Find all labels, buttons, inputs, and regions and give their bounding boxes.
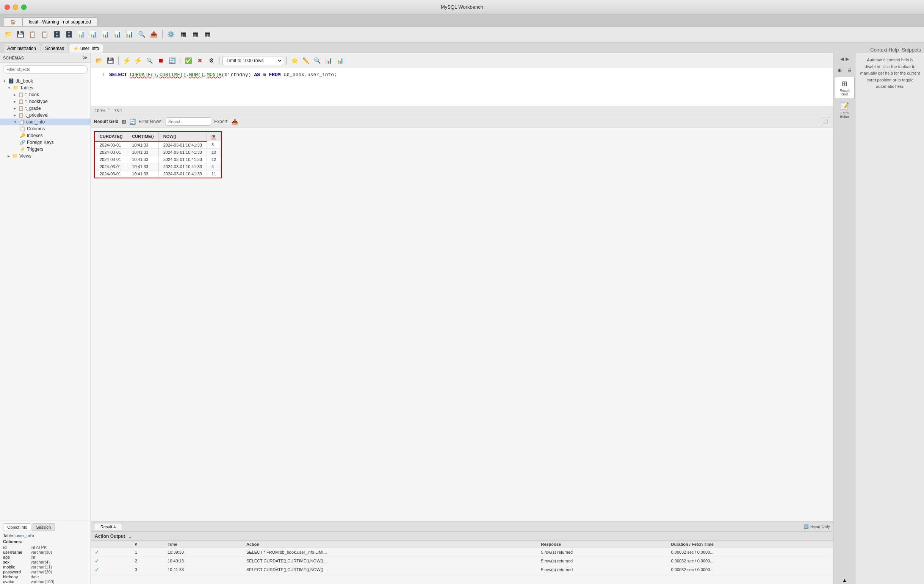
result-search-input[interactable] xyxy=(166,117,211,126)
btn4[interactable]: 📋 xyxy=(40,29,50,40)
column-info-row: ageint xyxy=(3,555,87,559)
btn11[interactable]: 📊 xyxy=(124,29,135,40)
filter-input[interactable] xyxy=(3,65,87,74)
layout-btn3[interactable]: ▦ xyxy=(202,29,213,40)
tree-item-db-book[interactable]: ▼ 🗄️ db_book xyxy=(0,77,91,84)
tree-item-tables[interactable]: ▼ 📁 Tables xyxy=(0,84,91,91)
result-table-body: 2024-03-0110:41:332024-03-01 10:41:33320… xyxy=(95,141,221,178)
export-label: Export: xyxy=(214,119,229,124)
obj-info-tab-object[interactable]: Object Info xyxy=(3,523,31,531)
sep3 xyxy=(219,56,219,65)
row-btn[interactable]: 📊 xyxy=(335,56,345,66)
btn12[interactable]: 🔍 xyxy=(137,29,147,40)
btn10[interactable]: 📊 xyxy=(112,29,123,40)
obj-info-tabs: Object Info Session xyxy=(3,523,87,531)
scroll-up[interactable]: ▲ xyxy=(842,577,847,583)
tree-item-indexes[interactable]: 🔑 Indexes xyxy=(0,132,91,139)
btn13[interactable]: 📤 xyxy=(148,29,159,40)
col-btn[interactable]: 📊 xyxy=(323,56,333,66)
tree-item-t-pricelevel[interactable]: ▶ 📋 t_pricelevel xyxy=(0,112,91,118)
snippets-tab[interactable]: Snippets xyxy=(902,47,921,53)
btn8[interactable]: 📊 xyxy=(88,29,99,40)
form-editor-btn[interactable]: 📝 Form Editor xyxy=(835,100,855,121)
action-output-toggle[interactable]: ⌄ xyxy=(128,534,132,539)
obj-info-tab-session[interactable]: Session xyxy=(32,523,55,531)
open-folder-btn[interactable]: 📁 xyxy=(3,29,14,40)
sidebar-collapse-icon[interactable]: ≫ xyxy=(83,55,87,60)
btn5[interactable]: 🗄️ xyxy=(51,29,62,40)
schemas-tab[interactable]: Schemas xyxy=(41,44,68,53)
col-action: Action xyxy=(243,541,537,548)
sql-editor[interactable]: 1 SELECT CURDATE(),CURTIME(),NOW(),MONTH… xyxy=(91,68,833,106)
view-btns: ⊞ ⊟ xyxy=(834,64,856,76)
btn9[interactable]: 📊 xyxy=(100,29,111,40)
save-sql-btn[interactable]: 💾 xyxy=(106,56,115,66)
execute-btn[interactable]: ⚡ xyxy=(122,56,132,66)
form-editor-icon: 📝 xyxy=(841,102,849,110)
zoom-stepper[interactable]: ⌃ xyxy=(107,108,110,113)
context-help-tab[interactable]: Context Help xyxy=(870,47,899,53)
sql-code: SELECT CURDATE(),CURTIME(),NOW(),MONTH(b… xyxy=(109,72,337,77)
local-tab[interactable]: local - Warning - not supported xyxy=(22,17,97,26)
tree-item-t-booktype[interactable]: ▶ 📋 t_booktype xyxy=(0,98,91,105)
star-btn[interactable]: ⭐ xyxy=(290,56,299,66)
column-info-row: birthdaydate xyxy=(3,574,87,579)
tree-item-t-grade[interactable]: ▶ 📋 t_grade xyxy=(0,105,91,112)
btn6[interactable]: 🗄️ xyxy=(64,29,74,40)
columns-icon: 📋 xyxy=(20,126,25,132)
forward-arrow[interactable]: ▶ xyxy=(846,56,849,62)
limit-select[interactable]: Limit to 10 rowsLimit to 100 rowsLimit t… xyxy=(223,56,283,65)
minimize-button[interactable] xyxy=(13,5,18,10)
action-table-body: ✓110:39:30SELECT * FROM db_book.user_inf… xyxy=(91,548,833,574)
stop-btn[interactable]: ⏹ xyxy=(156,56,166,66)
layout-btn2[interactable]: ▦ xyxy=(190,29,200,40)
window-controls[interactable] xyxy=(5,5,26,10)
maximize-result-btn[interactable]: ⬜ xyxy=(821,117,830,126)
btn7[interactable]: 📊 xyxy=(76,29,86,40)
auto-btn[interactable]: ⚙ xyxy=(206,56,216,66)
close-button[interactable] xyxy=(5,5,10,10)
col-type: int xyxy=(31,555,35,559)
col-name: password xyxy=(3,569,28,574)
result-tab-4[interactable]: Result 4 xyxy=(94,523,122,530)
save-btn[interactable]: 💾 xyxy=(15,29,26,40)
search2-btn[interactable]: 🔍 xyxy=(312,56,322,66)
result-grid-btn[interactable]: ⊞ Result Grid xyxy=(835,77,855,99)
refresh-result-btn[interactable]: 🔄 xyxy=(129,118,136,125)
view-btn2[interactable]: ⊟ xyxy=(845,66,854,75)
table-ref: db_book.user_info; xyxy=(284,72,337,77)
toggle-btn[interactable]: ✅ xyxy=(183,56,193,66)
settings-btn[interactable]: ⚙️ xyxy=(166,29,176,40)
col-m: m xyxy=(206,132,221,141)
read-only-label: Read Only xyxy=(810,524,830,529)
execute-current-btn[interactable]: ⚡ xyxy=(133,56,143,66)
tree-item-triggers[interactable]: ⚡ Triggers xyxy=(0,146,91,153)
t-booktype-label: t_booktype xyxy=(25,99,48,104)
export-btn[interactable]: 📤 xyxy=(231,118,238,125)
view-btn1[interactable]: ⊞ xyxy=(835,66,845,75)
btn3[interactable]: 📋 xyxy=(27,29,38,40)
grid-view-btn[interactable]: ⊞ xyxy=(122,118,126,125)
triggers-label: Triggers xyxy=(27,146,44,152)
user-info-tab[interactable]: ⚡ user_info xyxy=(69,44,103,53)
col-status xyxy=(91,541,131,548)
admin-tab[interactable]: Administration xyxy=(3,44,40,53)
refresh-btn[interactable]: 🔄 xyxy=(167,56,177,66)
wand-btn[interactable]: ✏️ xyxy=(301,56,311,66)
tree-item-foreign-keys[interactable]: 🔗 Foreign Keys xyxy=(0,139,91,146)
explain-btn[interactable]: 🔍 xyxy=(144,56,154,66)
action-header-row: # Time Action Response Duration / Fetch … xyxy=(91,541,833,548)
tree-item-columns[interactable]: 📋 Columns xyxy=(0,125,91,132)
cancel-btn[interactable]: ✖ xyxy=(195,56,205,66)
back-arrow[interactable]: ◀ xyxy=(840,56,844,62)
info-icon: ℹ️ xyxy=(804,524,809,529)
open-sql-btn[interactable]: 📂 xyxy=(94,56,104,66)
tree-item-views[interactable]: ▶ 📁 Views xyxy=(0,153,91,160)
col-type: varchar(20) xyxy=(31,569,52,574)
layout-btn1[interactable]: ▦ xyxy=(178,29,188,40)
tree-item-t-book[interactable]: ▶ 📋 t_book xyxy=(0,91,91,98)
home-tab[interactable]: 🏠 xyxy=(4,17,22,26)
table-label: Table: xyxy=(3,533,14,538)
maximize-button[interactable] xyxy=(21,5,26,10)
tree-item-user-info[interactable]: ▼ 📋 user_info xyxy=(0,118,91,125)
